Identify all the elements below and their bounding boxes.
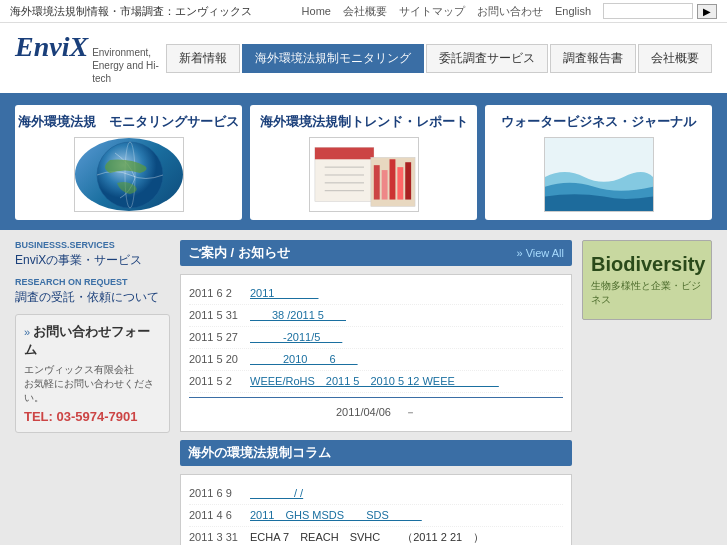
- contact-tel-label: TEL:: [24, 409, 53, 424]
- home-link[interactable]: Home: [302, 5, 331, 17]
- sidebar: BUSINESSS.SERVICES EnviXの事業・サービス RESEARC…: [15, 240, 170, 545]
- column-date-3: 2011 3 31: [189, 531, 244, 543]
- news-item-2: 2011 5 31 38 /2011 5: [189, 305, 563, 327]
- sidebar-label-services: BUSINESSS.SERVICES: [15, 240, 170, 250]
- top-bar: 海外環境法規制情報・市場調査：エンヴィックス Home 会社概要 サイトマップ …: [0, 0, 727, 23]
- column-list: 2011 6 9 / / 2011 4 6 2011 GHS MSDS SDS …: [180, 474, 572, 545]
- hero-title-monitoring: 海外環境法規 モニタリングサービス: [18, 113, 239, 131]
- news-text-full: －: [394, 406, 416, 418]
- column-item-1: 2011 6 9 / /: [189, 483, 563, 505]
- logo: EnviX Environment, Energy and Hi-tech: [15, 31, 166, 85]
- svg-rect-5: [314, 148, 373, 160]
- sitemap-link[interactable]: サイトマップ: [399, 4, 465, 19]
- news-section-header: ご案内 / お知らせ » View All: [180, 240, 572, 266]
- hero-title-water: ウォータービジネス・ジャーナル: [501, 113, 696, 131]
- top-bar-title: 海外環境法規制情報・市場調査：エンヴィックス: [10, 4, 252, 19]
- column-text-2[interactable]: 2011 GHS MSDS SDS: [250, 508, 422, 523]
- search-box: ▶: [603, 3, 717, 19]
- hero-title-trend: 海外環境法規制トレンド・レポート: [260, 113, 468, 131]
- bio-card: Biodiversity 生物多様性と企業・ビジネス: [582, 240, 712, 320]
- news-text-2[interactable]: 38 /2011 5: [250, 308, 346, 323]
- search-button[interactable]: ▶: [697, 4, 717, 19]
- logo-main: EnviX: [15, 31, 88, 63]
- column-text-1[interactable]: / /: [250, 486, 303, 501]
- search-input[interactable]: [603, 3, 693, 19]
- svg-rect-12: [373, 165, 379, 199]
- contact-form-title: お問い合わせフォーム: [24, 324, 150, 357]
- hero-card-water[interactable]: ウォータービジネス・ジャーナル: [485, 105, 712, 220]
- main-content: BUSINESSS.SERVICES EnviXの事業・サービス RESEARC…: [0, 230, 727, 545]
- news-item-1: 2011 6 2 2011: [189, 283, 563, 305]
- column-item-2: 2011 4 6 2011 GHS MSDS SDS: [189, 505, 563, 527]
- news-item-4: 2011 5 20 2010 6: [189, 349, 563, 371]
- sidebar-section-services: BUSINESSS.SERVICES EnviXの事業・サービス: [15, 240, 170, 269]
- main-nav: 新着情報 海外環境法規制モニタリング 委託調査サービス 調査報告書 会社概要: [166, 44, 712, 73]
- sidebar-link-services[interactable]: EnviXの事業・サービス: [15, 252, 170, 269]
- svg-rect-16: [405, 162, 411, 199]
- bio-subtitle: 生物多様性と企業・ビジネス: [591, 279, 703, 307]
- column-text-3: ECHA 7 REACH SVHC （2011 2 21 ）: [250, 530, 484, 545]
- contact-desc: お気軽にお問い合わせください。: [24, 377, 161, 405]
- news-divider: [189, 397, 563, 398]
- hero-img-water: [544, 137, 654, 212]
- column-item-3: 2011 3 31 ECHA 7 REACH SVHC （2011 2 21 ）: [189, 527, 563, 545]
- english-link[interactable]: English: [555, 5, 591, 17]
- news-date-3: 2011 5 27: [189, 331, 244, 343]
- column-section-title: 海外の環境法規制コラム: [188, 444, 331, 462]
- hero-section: 海外環境法規 モニタリングサービス: [0, 95, 727, 230]
- contact-company: エンヴィックス有限会社: [24, 363, 161, 377]
- center-content: ご案内 / お知らせ » View All 2011 6 2 2011 2011…: [180, 240, 572, 545]
- sidebar-section-research: RESEARCH ON REQUEST 調査の受託・依頼について: [15, 277, 170, 306]
- svg-rect-13: [381, 170, 387, 199]
- hero-card-monitoring[interactable]: 海外環境法規 モニタリングサービス: [15, 105, 242, 220]
- logo-sub: Environment, Energy and Hi-tech: [92, 46, 166, 85]
- top-nav: Home 会社概要 サイトマップ お問い合わせ English ▶: [302, 3, 717, 19]
- tab-news[interactable]: 新着情報: [166, 44, 240, 73]
- contact-tel: TEL: 03-5974-7901: [24, 409, 161, 424]
- news-item-5: 2011 5 2 WEEE/RoHS 2011 5 2010 5 12 WEEE: [189, 371, 563, 393]
- news-text-4[interactable]: 2010 6: [250, 352, 358, 367]
- company-link[interactable]: 会社概要: [343, 4, 387, 19]
- news-date-full: 2011/04/06: [336, 406, 391, 418]
- news-date-4: 2011 5 20: [189, 353, 244, 365]
- column-date-1: 2011 6 9: [189, 487, 244, 499]
- sidebar-label-research: RESEARCH ON REQUEST: [15, 277, 170, 287]
- hero-img-trend: [309, 137, 419, 212]
- column-section-header: 海外の環境法規制コラム: [180, 440, 572, 466]
- contact-box: » お問い合わせフォーム エンヴィックス有限会社 お気軽にお問い合わせください。…: [15, 314, 170, 433]
- tab-about[interactable]: 会社概要: [638, 44, 712, 73]
- tab-consulting[interactable]: 委託調査サービス: [426, 44, 548, 73]
- news-text-1[interactable]: 2011: [250, 286, 318, 301]
- sidebar-link-research[interactable]: 調査の受託・依頼について: [15, 289, 170, 306]
- news-date-1: 2011 6 2: [189, 287, 244, 299]
- globe-icon: [75, 138, 183, 211]
- news-item-3: 2011 5 27 -2011/5: [189, 327, 563, 349]
- svg-rect-14: [389, 159, 395, 199]
- contact-tel-number: 03-5974-7901: [57, 409, 138, 424]
- contact-arrow: »: [24, 326, 30, 338]
- news-item-full: 2011/04/06 －: [189, 402, 563, 423]
- news-list: 2011 6 2 2011 2011 5 31 38 /2011 5 2011 …: [180, 274, 572, 432]
- hero-card-trend[interactable]: 海外環境法規制トレンド・レポート: [250, 105, 477, 220]
- bio-title: Biodiversity: [591, 253, 703, 275]
- svg-rect-15: [397, 167, 403, 199]
- column-date-2: 2011 4 6: [189, 509, 244, 521]
- hero-img-monitoring: [74, 137, 184, 212]
- view-all-link[interactable]: » View All: [517, 247, 565, 259]
- news-text-5[interactable]: WEEE/RoHS 2011 5 2010 5 12 WEEE: [250, 374, 499, 389]
- contact-link[interactable]: お問い合わせ: [477, 4, 543, 19]
- news-date-5: 2011 5 2: [189, 375, 244, 387]
- news-section-title: ご案内 / お知らせ: [188, 244, 290, 262]
- biodiversity-box[interactable]: Biodiversity 生物多様性と企業・ビジネス: [582, 240, 712, 545]
- news-date-2: 2011 5 31: [189, 309, 244, 321]
- news-text-3[interactable]: -2011/5: [250, 330, 342, 345]
- header: EnviX Environment, Energy and Hi-tech 新着…: [0, 23, 727, 95]
- contact-title: » お問い合わせフォーム: [24, 323, 161, 359]
- tab-monitoring[interactable]: 海外環境法規制モニタリング: [242, 44, 424, 73]
- tab-reports[interactable]: 調査報告書: [550, 44, 636, 73]
